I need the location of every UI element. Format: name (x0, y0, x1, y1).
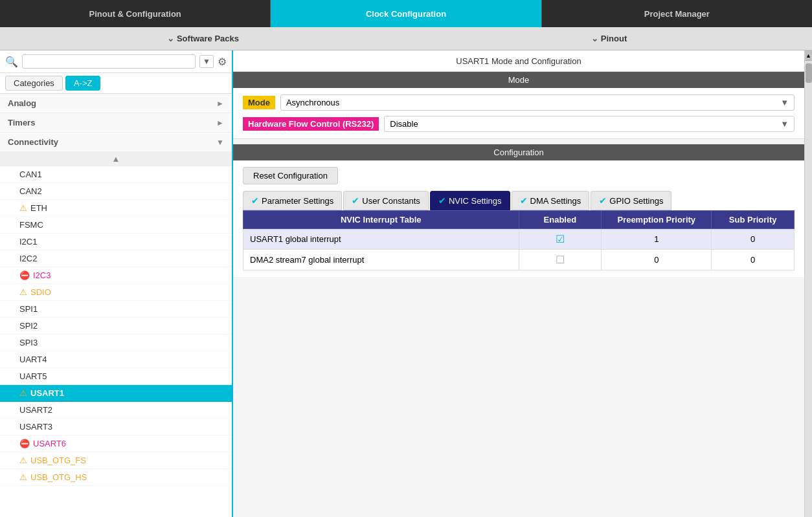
warn-icon: ⚠ (19, 287, 27, 297)
table-row: DMA2 stream7 global interrupt ☐ 0 0 (243, 250, 795, 270)
gear-icon[interactable]: ⚙ (218, 56, 227, 68)
warn-icon: ⚠ (19, 203, 27, 213)
sidebar-item-eth[interactable]: ⚠ ETH (0, 200, 232, 217)
up-arrow-icon: ▲ (112, 154, 120, 164)
error-icon: ⛔ (19, 439, 30, 448)
sidebar: 🔍 ▼ ⚙ Categories A->Z Analog ► Timers (0, 50, 233, 517)
sidebar-item-spi1[interactable]: SPI1 (0, 301, 232, 318)
item-label: SPI2 (19, 321, 38, 331)
sidebar-item-usb-otg-hs[interactable]: ⚠ USB_OTG_HS (0, 469, 232, 486)
sidebar-item-i2c1[interactable]: I2C1 (0, 234, 232, 250)
warn-icon: ⚠ (19, 472, 27, 482)
sidebar-item-spi2[interactable]: SPI2 (0, 318, 232, 335)
item-label: USART6 (33, 439, 66, 448)
error-icon: ⛔ (19, 270, 30, 280)
nav-item-clock[interactable]: Clock Configuration (271, 0, 541, 27)
content-wrapper: USART1 Mode and Configuration Mode Mode … (233, 50, 812, 517)
sidebar-item-usart3[interactable]: USART3 (0, 419, 232, 435)
search-input[interactable] (22, 54, 196, 69)
dropdown-icon[interactable]: ▼ (780, 98, 789, 107)
scroll-up-button[interactable]: ▲ (805, 50, 812, 61)
col-header-sub-priority: Sub Priority (712, 211, 795, 229)
sub-nav-software-packs[interactable]: ⌄ Software Packs (0, 34, 406, 43)
nav-item-pinout[interactable]: Pinout & Configuration (0, 0, 271, 27)
item-label: ETH (30, 203, 47, 213)
search-icon: 🔍 (5, 56, 18, 68)
reset-configuration-button[interactable]: Reset Configuration (243, 167, 338, 184)
scroll-thumb[interactable] (806, 63, 812, 83)
item-label: UART5 (19, 371, 47, 381)
check-icon: ✔ (520, 195, 528, 206)
main-layout: 🔍 ▼ ⚙ Categories A->Z Analog ► Timers (0, 50, 812, 517)
item-label: USART3 (19, 422, 52, 432)
dropdown-icon[interactable]: ▼ (780, 119, 789, 129)
dropdown-arrow-icon[interactable]: ▼ (199, 55, 214, 68)
chevron-right-icon: ► (216, 118, 224, 127)
item-label: FSMC (19, 220, 43, 230)
sidebar-tabs: Categories A->Z (0, 73, 232, 94)
sidebar-section-analog[interactable]: Analog ► (0, 94, 232, 113)
mode-section-header: Mode (233, 72, 804, 88)
nvic-table: NVIC Interrupt Table Enabled Preemption … (243, 210, 795, 270)
sidebar-item-i2c2[interactable]: I2C2 (0, 250, 232, 267)
tab-categories[interactable]: Categories (5, 76, 63, 91)
nav-item-project[interactable]: Project Manager (542, 0, 812, 27)
item-label: I2C2 (19, 254, 37, 263)
sidebar-item-i2c3[interactable]: ⛔ I2C3 (0, 267, 232, 284)
sub-nav-pinout[interactable]: ⌄ Pinout (406, 34, 812, 43)
sidebar-item-fsmc[interactable]: FSMC (0, 217, 232, 234)
tab-user-constants[interactable]: ✔ User Constants (343, 191, 429, 210)
item-label: UART4 (19, 355, 47, 364)
tab-gpio-settings[interactable]: ✔ GPIO Settings (591, 191, 671, 210)
item-label: I2C1 (19, 237, 37, 247)
item-label: USB_OTG_HS (30, 472, 87, 482)
flow-control-value: Disable (390, 119, 418, 129)
check-icon: ✔ (599, 195, 607, 206)
sidebar-search-bar: 🔍 ▼ ⚙ (0, 50, 232, 73)
sidebar-section-connectivity[interactable]: Connectivity ▼ (0, 133, 232, 152)
config-section-content: Reset Configuration ✔ Parameter Settings… (233, 160, 804, 277)
item-label: CAN1 (19, 170, 42, 179)
sidebar-item-sdio[interactable]: ⚠ SDIO (0, 284, 232, 301)
checkbox-checked-icon: ☑ (556, 234, 565, 245)
sidebar-item-uart5[interactable]: UART5 (0, 368, 232, 385)
item-label: SDIO (30, 287, 51, 297)
flow-control-row: Hardware Flow Control (RS232) Disable ▼ (243, 116, 795, 132)
sidebar-item-usb-otg-fs[interactable]: ⚠ USB_OTG_FS (0, 452, 232, 469)
tab-parameter-settings[interactable]: ✔ Parameter Settings (243, 191, 342, 210)
right-scrollbar[interactable]: ▲ (804, 50, 812, 517)
sidebar-item-uart4[interactable]: UART4 (0, 351, 232, 368)
mode-row: Mode Asynchronous ▼ (243, 94, 795, 111)
check-icon: ✔ (352, 195, 359, 206)
col-header-enabled: Enabled (519, 211, 602, 229)
item-label: CAN2 (19, 186, 42, 196)
sidebar-item-usart2[interactable]: USART2 (0, 402, 232, 419)
chevron-down-icon: ▼ (216, 138, 224, 147)
item-label: SPI3 (19, 338, 38, 347)
item-label: USART1 (30, 388, 64, 398)
sidebar-item-can1[interactable]: CAN1 (0, 166, 232, 183)
sidebar-section-timers[interactable]: Timers ► (0, 113, 232, 133)
sidebar-item-spi3[interactable]: SPI3 (0, 335, 232, 351)
col-header-nvic: NVIC Interrupt Table (243, 211, 519, 229)
mode-label: Mode (243, 96, 275, 109)
item-label: I2C3 (33, 270, 51, 280)
sidebar-item-can2[interactable]: CAN2 (0, 183, 232, 200)
config-section-header: Configuration (233, 144, 804, 160)
interrupt-name: DMA2 stream7 global interrupt (243, 250, 519, 270)
enabled-checkbox[interactable]: ☐ (519, 250, 602, 270)
check-icon: ✔ (251, 195, 259, 206)
tab-dma-settings[interactable]: ✔ DMA Settings (512, 191, 590, 210)
tab-nvic-settings[interactable]: ✔ NVIC Settings (430, 191, 510, 210)
warn-icon: ⚠ (19, 388, 27, 398)
enabled-checkbox[interactable]: ☑ (519, 229, 602, 250)
scroll-up-indicator[interactable]: ▲ (0, 152, 232, 166)
tab-az[interactable]: A->Z (65, 76, 101, 91)
mode-section-content: Mode Asynchronous ▼ Hardware Flow Contro… (233, 88, 804, 139)
checkbox-unchecked-icon: ☐ (556, 254, 565, 265)
item-label: USART2 (19, 405, 52, 415)
sidebar-item-usart6[interactable]: ⛔ USART6 (0, 435, 232, 452)
sub-priority: 0 (712, 229, 795, 250)
sidebar-item-usart1[interactable]: ⚠ USART1 (0, 385, 232, 402)
mode-value: Asynchronous (286, 98, 339, 107)
